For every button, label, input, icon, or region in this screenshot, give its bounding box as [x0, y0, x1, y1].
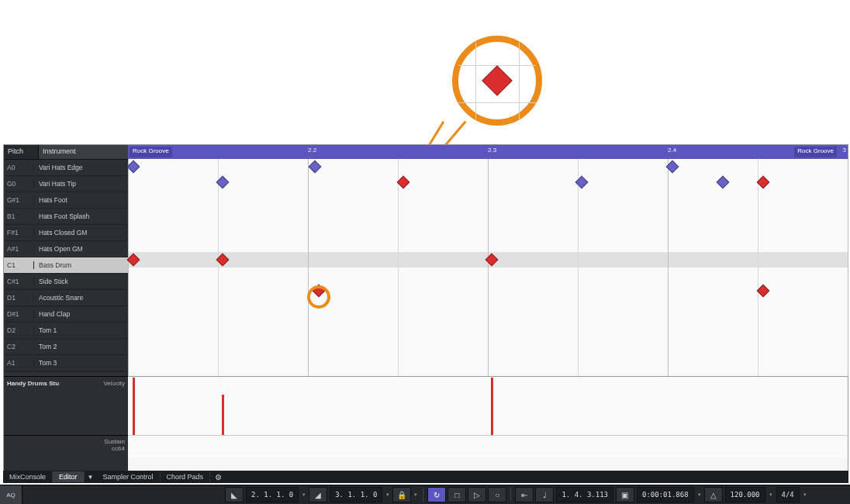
instrument-cell: Hats Closed GM — [34, 229, 128, 236]
chevron-down-icon[interactable]: ▾ — [696, 492, 703, 498]
instrument-cell: Vari Hats Edge — [34, 164, 128, 171]
column-header-pitch[interactable]: Pitch — [4, 145, 39, 159]
cycle-button[interactable]: ↻ — [427, 487, 446, 502]
drum-map-row[interactable]: B1Hats Foot Splash — [4, 209, 128, 225]
pitch-cell: F#1 — [4, 229, 34, 236]
midi-note[interactable] — [717, 176, 730, 189]
return-to-start-button[interactable]: ⇤ — [515, 487, 534, 502]
punch-in-button[interactable]: ◣ — [225, 487, 244, 502]
timeline-ruler[interactable]: Rock Groove Rock Groove 3 2.22.32.4 — [128, 145, 848, 160]
lower-zone-tabs: MixConsoleEditor▼Sampler ControlChord Pa… — [3, 471, 848, 483]
midi-note[interactable] — [309, 161, 322, 174]
pitch-cell: C2 — [4, 343, 34, 350]
drum-map-row[interactable]: C2Tom 2 — [4, 339, 128, 355]
lower-zone-tab[interactable]: Sampler Control — [96, 471, 160, 482]
zoom-callout-circle — [452, 36, 542, 126]
instrument-cell: Tom 3 — [34, 359, 128, 367]
midi-note[interactable] — [575, 176, 588, 189]
drum-map-row[interactable]: C#1Side Stick — [4, 274, 128, 290]
pitch-cell: D2 — [4, 326, 34, 334]
position-bars-field[interactable]: 1. 4. 3.113 — [556, 487, 613, 502]
sustain-lane-header: Sustain cc64 — [4, 435, 128, 457]
note-grid[interactable] — [128, 159, 848, 376]
midi-note[interactable] — [757, 285, 770, 298]
velocity-lane-header: Handy Drums Stu Velocity — [4, 376, 128, 436]
pitch-cell: C1 — [4, 261, 34, 269]
velocity-bar[interactable] — [491, 378, 493, 435]
midi-note[interactable] — [397, 176, 410, 189]
drum-map-row[interactable]: A1Tom 3 — [4, 355, 128, 371]
clip-tag-end[interactable]: Rock Groove — [794, 147, 837, 157]
lock-button[interactable]: 🔒 — [392, 487, 411, 502]
instrument-cell: Side Stick — [34, 278, 128, 285]
midi-note[interactable] — [757, 176, 770, 189]
instrument-cell: Vari Hats Tip — [34, 180, 128, 188]
instrument-cell: Tom 2 — [34, 343, 128, 350]
instrument-cell: Tom 1 — [34, 326, 128, 334]
ruler-tick: 2.2 — [308, 147, 316, 154]
chevron-down-icon[interactable]: ▾ — [767, 492, 775, 498]
pitch-cell: C#1 — [4, 278, 34, 285]
play-button[interactable]: ▷ — [468, 487, 486, 502]
lower-zone-tab[interactable]: Editor — [53, 471, 85, 482]
chevron-down-icon[interactable]: ▼ — [85, 472, 97, 482]
transport-bar: AQ ◣ 2. 1. 1. 0 ▾ ◢ 3. 1. 1. 0 ▾ 🔒 ▾ ↻ □… — [0, 485, 850, 504]
velocity-lane[interactable] — [128, 376, 848, 437]
pitch-cell: A#1 — [4, 245, 34, 253]
instrument-cell: Hand Clap — [34, 310, 128, 318]
instrument-cell: Hats Foot — [34, 196, 128, 204]
left-locator-field[interactable]: 2. 1. 1. 0 — [246, 487, 299, 502]
instrument-cell: Acoustic Snare — [34, 294, 128, 302]
punch-out-button[interactable]: ◢ — [309, 487, 327, 502]
pitch-cell: D1 — [4, 294, 34, 302]
velocity-bar[interactable] — [133, 378, 135, 435]
drum-map-row[interactable]: A#1Hats Open GM — [4, 241, 128, 257]
pitch-cell: D#1 — [4, 310, 34, 318]
lower-zone-tab[interactable]: MixConsole — [3, 471, 53, 482]
instrument-cell: Hats Open GM — [34, 245, 128, 253]
instrument-cell: Bass Drum — [34, 261, 128, 269]
ruler-tick: 2.4 — [668, 147, 676, 154]
pitch-cell: G#1 — [4, 196, 34, 204]
time-signature-field[interactable]: 4/4 — [776, 487, 800, 502]
aq-button[interactable]: AQ — [0, 485, 22, 504]
marker-button[interactable]: ▣ — [616, 487, 634, 502]
metronome-button[interactable]: △ — [704, 487, 723, 502]
chevron-down-icon[interactable]: ▾ — [801, 492, 809, 498]
clip-tag-start[interactable]: Rock Groove — [130, 147, 172, 157]
column-header-instrument[interactable]: Instrument — [39, 145, 128, 159]
drum-map-row[interactable]: G0Vari Hats Tip — [4, 176, 128, 192]
drum-editor-window: Pitch Instrument A0Vari Hats EdgeG0Vari … — [3, 144, 848, 471]
track-name-label: Handy Drums Stu — [4, 377, 88, 436]
chevron-down-icon[interactable]: ▾ — [300, 492, 308, 498]
drum-map-row[interactable]: F#1Hats Closed GM — [4, 225, 128, 241]
time-format-button[interactable]: ♩ — [535, 487, 554, 502]
drum-map-row[interactable]: A0Vari Hats Edge — [4, 160, 128, 176]
drum-map-row[interactable]: D1Acoustic Snare — [4, 290, 128, 306]
drum-map-row[interactable]: C1Bass Drum — [4, 257, 128, 274]
pitch-cell: B1 — [4, 212, 34, 220]
ruler-tick: 2.3 — [488, 147, 496, 154]
right-locator-field[interactable]: 3. 1. 1. 0 — [330, 487, 382, 502]
instrument-cell: Hats Foot Splash — [34, 212, 128, 220]
zoom-source-circle — [307, 285, 330, 309]
lower-zone-tab[interactable]: Chord Pads — [161, 471, 211, 482]
drum-map-row[interactable]: D#1Hand Clap — [4, 306, 128, 323]
midi-note[interactable] — [127, 161, 140, 174]
record-button[interactable]: ○ — [488, 487, 506, 502]
sustain-lane[interactable] — [128, 435, 848, 457]
pitch-cell: A1 — [4, 359, 34, 367]
tempo-field[interactable]: 120.000 — [725, 487, 765, 502]
chevron-down-icon[interactable]: ▾ — [412, 492, 420, 498]
pitch-cell: A0 — [4, 164, 34, 171]
pitch-cell: G0 — [4, 180, 34, 188]
chevron-down-icon[interactable]: ▾ — [384, 492, 392, 498]
velocity-label: Velocity — [88, 377, 128, 436]
velocity-bar[interactable] — [222, 395, 224, 435]
drum-map-row[interactable]: G#1Hats Foot — [4, 192, 128, 209]
position-time-field[interactable]: 0:00:01.868 — [637, 487, 694, 502]
gear-icon[interactable]: ⚙ — [210, 471, 226, 483]
drum-map-row[interactable]: D2Tom 1 — [4, 323, 128, 339]
stop-button[interactable]: □ — [447, 487, 466, 502]
